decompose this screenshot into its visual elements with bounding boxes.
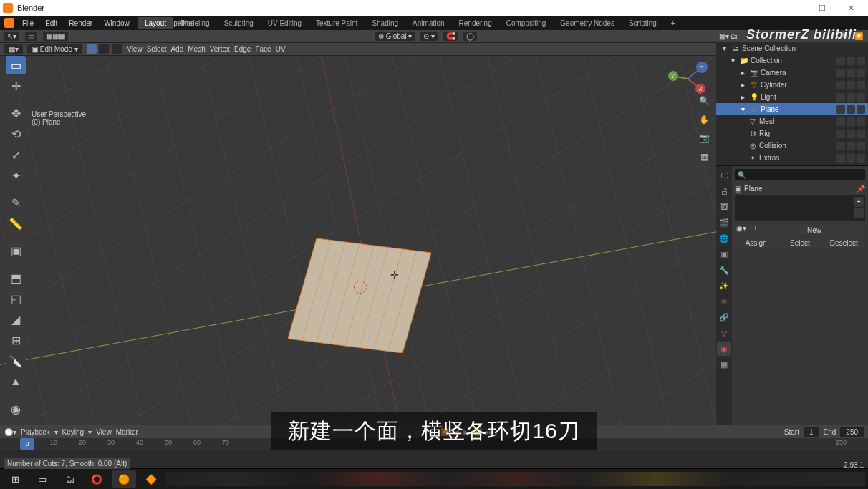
rotate-tool[interactable]: ⟲ bbox=[6, 125, 26, 143]
menu-mesh[interactable]: Mesh bbox=[188, 45, 205, 53]
tab-scripting[interactable]: Scripting bbox=[622, 17, 664, 29]
row-light[interactable]: ▸💡Light bbox=[716, 91, 868, 103]
timeline-view[interactable]: View bbox=[96, 428, 112, 436]
scene-collection[interactable]: ▾🗂Scene Collection bbox=[716, 42, 868, 54]
chrome-icon[interactable]: ⭕ bbox=[85, 470, 109, 488]
assign-button[interactable]: Assign bbox=[735, 238, 777, 248]
row-camera[interactable]: ▸📷Camera bbox=[716, 67, 868, 79]
spin-tool[interactable]: ◉ bbox=[6, 400, 26, 418]
row-mesh[interactable]: ▽Mesh bbox=[716, 115, 868, 127]
tab-modeling[interactable]: Modeling bbox=[173, 17, 217, 29]
ptab-object[interactable]: ▣ bbox=[717, 247, 731, 261]
camera-view-icon[interactable]: 📷 bbox=[696, 130, 712, 146]
drag-icon[interactable]: ▭ bbox=[25, 32, 37, 41]
mode-dropdown[interactable]: ▣ Edit Mode ▾ bbox=[27, 44, 82, 54]
menu-edge[interactable]: Edge bbox=[234, 45, 251, 53]
start-button[interactable]: ⊞ bbox=[3, 470, 27, 488]
tab-texturepaint[interactable]: Texture Paint bbox=[309, 17, 365, 29]
row-collision[interactable]: ◎Collision bbox=[716, 140, 868, 152]
3d-viewport[interactable]: ✛ User Perspective (0) Plane bbox=[0, 56, 716, 425]
menu-select[interactable]: Select bbox=[147, 45, 167, 53]
tab-uv[interactable]: UV Editing bbox=[261, 17, 309, 29]
taskview-icon[interactable]: ▭ bbox=[30, 470, 54, 488]
row-cylinder[interactable]: ▸▽Cylinder bbox=[716, 79, 868, 91]
collection[interactable]: ▾📁Collection bbox=[716, 54, 868, 67]
pan-icon[interactable]: ✋ bbox=[696, 112, 712, 127]
close-button[interactable]: ✕ bbox=[836, 0, 865, 16]
zoom-icon[interactable]: 🔍 bbox=[696, 93, 712, 109]
tab-sculpting[interactable]: Sculpting bbox=[217, 17, 261, 29]
vertex-select-icon[interactable] bbox=[87, 44, 97, 54]
bevel-tool[interactable]: ◢ bbox=[6, 310, 26, 329]
end-field[interactable]: 250 bbox=[840, 427, 864, 437]
tab-add[interactable]: + bbox=[664, 17, 683, 29]
menu-render[interactable]: Render bbox=[64, 18, 97, 29]
blender-task-icon[interactable]: 🟠 bbox=[112, 470, 136, 488]
pivot-dropdown[interactable]: ⊙ ▾ bbox=[420, 32, 438, 41]
pin-icon[interactable]: 📌 bbox=[857, 185, 865, 193]
timeline-editor-icon[interactable]: 🕐▾ bbox=[4, 428, 16, 436]
add-cube-tool[interactable]: ▣ bbox=[6, 241, 26, 260]
material-browse-icon[interactable]: ◉▾ bbox=[735, 224, 748, 236]
tool-select-icon[interactable]: ↖▾ bbox=[4, 32, 19, 41]
ptab-particles[interactable]: ✨ bbox=[717, 279, 731, 293]
menu-face[interactable]: Face bbox=[255, 45, 271, 53]
face-select-icon[interactable] bbox=[112, 44, 122, 54]
tab-layout[interactable]: Layout bbox=[138, 17, 173, 29]
snap-toggle[interactable]: 🧲 bbox=[443, 32, 458, 41]
menu-vertex[interactable]: Vertex bbox=[210, 45, 230, 53]
minimize-button[interactable]: — bbox=[779, 0, 808, 16]
timeline-marker[interactable]: Marker bbox=[116, 428, 138, 436]
windows-taskbar[interactable]: ⊞ ▭ 🗂 ⭕ 🟠 🔶 bbox=[0, 469, 868, 489]
slot-remove-button[interactable]: − bbox=[854, 208, 864, 218]
maximize-button[interactable]: ☐ bbox=[808, 0, 836, 16]
ptab-world[interactable]: 🌐 bbox=[717, 231, 731, 246]
scale-tool[interactable]: ⤢ bbox=[6, 145, 26, 164]
start-field[interactable]: 1 bbox=[804, 427, 819, 437]
outliner[interactable]: ▦▾🗂 🔍🔽 ▾🗂Scene Collection ▾📁Collection ▸… bbox=[716, 30, 868, 166]
ptab-physics[interactable]: ⚛ bbox=[717, 294, 731, 309]
inset-tool[interactable]: ◰ bbox=[6, 289, 26, 308]
slot-add-button[interactable]: + bbox=[854, 197, 864, 207]
annotate-tool[interactable]: ✎ bbox=[6, 193, 26, 212]
ptab-modifier[interactable]: 🔧 bbox=[717, 263, 731, 277]
plane-mesh[interactable] bbox=[288, 238, 431, 353]
menu-add[interactable]: Add bbox=[170, 45, 183, 53]
material-add-icon[interactable]: + bbox=[749, 224, 762, 236]
ptab-output[interactable]: 🖨 bbox=[717, 184, 731, 198]
menu-window[interactable]: Window bbox=[99, 18, 135, 29]
menu-file[interactable]: File bbox=[17, 18, 39, 29]
explorer-icon[interactable]: 🗂 bbox=[57, 470, 82, 488]
ptab-view[interactable]: 🖼 bbox=[717, 200, 731, 214]
material-new-button[interactable]: New bbox=[763, 224, 865, 236]
tab-geonodes[interactable]: Geometry Nodes bbox=[553, 17, 622, 29]
menu-view[interactable]: View bbox=[127, 45, 143, 53]
tab-shading[interactable]: Shading bbox=[365, 17, 405, 29]
ptab-material[interactable]: ◉ bbox=[717, 342, 731, 356]
move-tool[interactable]: ✥ bbox=[6, 104, 26, 122]
row-rig[interactable]: ⚙Rig bbox=[716, 127, 868, 140]
polybuild-tool[interactable]: ▲ bbox=[6, 372, 26, 391]
timeline-playback[interactable]: Playback bbox=[21, 428, 50, 436]
deselect-button[interactable]: Deselect bbox=[823, 238, 865, 248]
extrude-tool[interactable]: ⬒ bbox=[6, 268, 26, 287]
ptab-render[interactable]: 🖵 bbox=[717, 168, 731, 183]
select-button[interactable]: Select bbox=[778, 238, 821, 248]
app-task-icon[interactable]: 🔶 bbox=[139, 470, 163, 488]
material-slot-list[interactable]: + − bbox=[735, 195, 865, 221]
tab-compositing[interactable]: Compositing bbox=[499, 17, 554, 29]
select-box-tool[interactable]: ▭ bbox=[6, 56, 26, 74]
ptab-texture[interactable]: ▦ bbox=[717, 357, 731, 372]
timeline-keying[interactable]: Keying bbox=[62, 428, 85, 436]
ptab-mesh[interactable]: ▽ bbox=[717, 326, 731, 340]
measure-tool[interactable]: 📏 bbox=[6, 214, 26, 233]
tab-rendering[interactable]: Rendering bbox=[452, 17, 499, 29]
row-plane[interactable]: ▾▽Plane bbox=[716, 103, 868, 115]
editor-type-icon[interactable]: ▦▾ bbox=[4, 44, 23, 54]
ptab-scene[interactable]: 🎬 bbox=[717, 216, 731, 230]
knife-tool[interactable]: 🔪 bbox=[6, 352, 26, 370]
cursor-tool[interactable]: ✛ bbox=[6, 77, 26, 95]
properties-search[interactable]: 🔍 bbox=[735, 169, 865, 180]
edge-select-icon[interactable] bbox=[99, 44, 109, 54]
propedit-toggle[interactable]: ◯ bbox=[463, 32, 477, 41]
